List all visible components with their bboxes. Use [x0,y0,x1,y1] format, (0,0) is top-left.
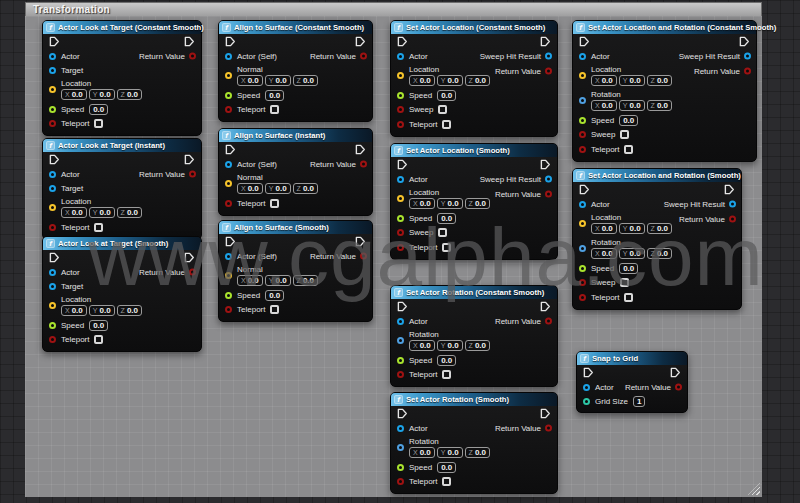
speed-value-field[interactable]: 0.0 [89,320,108,331]
node-set-actor-rotation-constant-smooth[interactable]: fSet Actor Rotation (Constant Smooth)Act… [390,285,558,387]
exec-in-pin[interactable] [397,408,408,419]
node-header[interactable]: fAlign to Surface (Smooth) [219,221,372,234]
rotation-z-field[interactable]: Z0.0 [647,100,672,111]
exec-in-pin[interactable] [49,252,60,263]
node-actor-look-at-target-smooth[interactable]: fActor Look at Target (Smooth)ActorRetur… [42,236,202,352]
rotation-z-field[interactable]: Z0.0 [465,340,490,351]
normal-z-field[interactable]: Z0.0 [293,75,318,86]
exec-out-pin[interactable] [184,252,195,263]
speed-value-field[interactable]: 0.0 [619,263,638,274]
location-x-field[interactable]: X0.0 [409,75,435,86]
return-value-output-pin[interactable] [545,191,552,198]
location-pin[interactable] [49,86,56,93]
actor-pin[interactable] [579,201,586,208]
sweep-checkbox[interactable] [620,130,629,139]
node-set-actor-location-and-rotation-constant-smooth[interactable]: fSet Actor Location and Rotation (Consta… [572,20,757,162]
grid-size-pin[interactable] [583,398,590,405]
teleport-pin[interactable] [397,478,404,485]
speed-pin[interactable] [579,117,586,124]
exec-in-pin[interactable] [225,144,236,155]
teleport-pin[interactable] [397,371,404,378]
location-pin[interactable] [397,72,404,79]
location-z-field[interactable]: Z0.0 [647,75,672,86]
exec-out-pin[interactable] [739,36,750,47]
teleport-checkbox[interactable] [624,293,633,302]
speed-pin[interactable] [49,322,56,329]
actor-pin[interactable] [583,384,590,391]
node-align-to-surface-constant-smooth[interactable]: fAlign to Surface (Constant Smooth)Actor… [218,20,373,122]
location-z-field[interactable]: Z0.0 [117,207,142,218]
comment-header[interactable]: Transformation [25,2,762,16]
exec-in-pin[interactable] [225,236,236,247]
node-snap-to-grid[interactable]: fSnap to GridActorReturn ValueGrid Size1 [576,351,688,413]
speed-value-field[interactable]: 0.0 [437,213,456,224]
node-header[interactable]: fAlign to Surface (Constant Smooth) [219,21,372,34]
return-value-output-pin[interactable] [360,253,367,260]
location-x-field[interactable]: X0.0 [591,223,617,234]
rotation-pin[interactable] [397,444,404,451]
exec-out-pin[interactable] [355,36,366,47]
speed-pin[interactable] [49,106,56,113]
actor-pin[interactable] [397,176,404,183]
node-header[interactable]: fSet Actor Location (Constant Smooth) [391,21,557,34]
teleport-pin[interactable] [579,294,586,301]
location-y-field[interactable]: Y0.0 [89,207,115,218]
teleport-pin[interactable] [225,200,232,207]
speed-value-field[interactable]: 0.0 [89,104,108,115]
exec-in-pin[interactable] [583,367,594,378]
speed-value-field[interactable]: 0.0 [437,355,456,366]
exec-out-pin[interactable] [540,301,551,312]
actor-pin[interactable] [397,53,404,60]
actor-pin[interactable] [49,53,56,60]
sweep-pin[interactable] [397,229,404,236]
node-align-to-surface-smooth[interactable]: fAlign to Surface (Smooth)Actor (Self)Re… [218,220,373,322]
location-z-field[interactable]: Z0.0 [647,223,672,234]
teleport-checkbox[interactable] [442,120,451,129]
sweep-checkbox[interactable] [438,228,447,237]
node-header[interactable]: fSet Actor Location and Rotation (Consta… [573,21,756,34]
teleport-checkbox[interactable] [442,370,451,379]
exec-in-pin[interactable] [579,36,590,47]
actor-self-pin[interactable] [225,161,232,168]
node-header[interactable]: fSnap to Grid [577,352,687,365]
normal-x-field[interactable]: X0.0 [237,275,263,286]
location-pin[interactable] [49,302,56,309]
exec-in-pin[interactable] [397,36,408,47]
grid-size-value-field[interactable]: 1 [633,396,645,407]
normal-y-field[interactable]: Y0.0 [265,275,291,286]
node-actor-look-at-target-instant[interactable]: fActor Look at Target (Instant)ActorRetu… [42,138,202,240]
exec-out-pin[interactable] [355,144,366,155]
sweep-hit-result-output-pin[interactable] [545,176,552,183]
node-header[interactable]: fSet Actor Location (Smooth) [391,144,557,157]
sweep-checkbox[interactable] [438,105,447,114]
teleport-checkbox[interactable] [442,477,451,486]
exec-in-pin[interactable] [397,159,408,170]
teleport-checkbox[interactable] [94,119,103,128]
sweep-pin[interactable] [397,106,404,113]
teleport-checkbox[interactable] [94,223,103,232]
sweep-pin[interactable] [579,131,586,138]
location-y-field[interactable]: Y0.0 [89,305,115,316]
location-pin[interactable] [579,220,586,227]
normal-y-field[interactable]: Y0.0 [265,75,291,86]
teleport-pin[interactable] [225,106,232,113]
return-value-output-pin[interactable] [360,161,367,168]
location-y-field[interactable]: Y0.0 [89,89,115,100]
teleport-pin[interactable] [579,146,586,153]
speed-value-field[interactable]: 0.0 [265,290,284,301]
exec-in-pin[interactable] [397,301,408,312]
return-value-output-pin[interactable] [545,318,552,325]
node-header[interactable]: fActor Look at Target (Instant) [43,139,201,152]
rotation-y-field[interactable]: Y0.0 [437,340,463,351]
return-value-output-pin[interactable] [360,53,367,60]
teleport-checkbox[interactable] [442,243,451,252]
node-header[interactable]: fActor Look at Target (Constant Smooth) [43,21,201,34]
teleport-checkbox[interactable] [94,335,103,344]
node-align-to-surface-instant[interactable]: fAlign to Surface (Instant)Actor (Self)R… [218,128,373,216]
speed-pin[interactable] [225,92,232,99]
normal-z-field[interactable]: Z0.0 [293,275,318,286]
target-pin[interactable] [49,67,56,74]
rotation-pin[interactable] [397,337,404,344]
sweep-pin[interactable] [579,279,586,286]
location-pin[interactable] [397,195,404,202]
